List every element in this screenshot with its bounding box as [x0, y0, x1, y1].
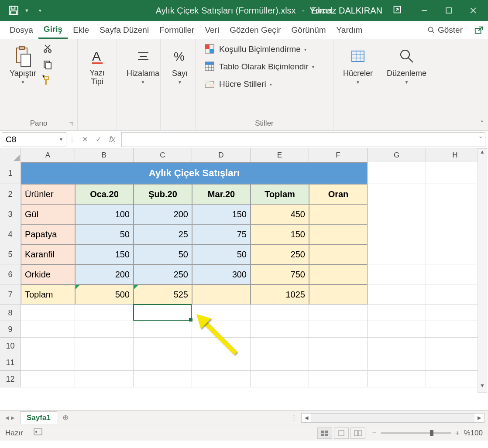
cell[interactable] [309, 354, 368, 371]
cell[interactable] [368, 184, 426, 204]
tab-view[interactable]: Görünüm [286, 22, 331, 38]
cell[interactable] [192, 321, 251, 338]
cell[interactable]: 150 [251, 224, 309, 244]
share-icon[interactable] [474, 25, 484, 35]
cell[interactable] [368, 304, 426, 321]
cell[interactable] [75, 338, 134, 354]
alignment-button[interactable]: Hizalama ▼ [123, 44, 163, 86]
cell[interactable] [251, 338, 309, 354]
cell[interactable] [21, 321, 75, 338]
cell[interactable] [426, 184, 485, 204]
cell[interactable] [192, 354, 251, 371]
cell[interactable]: 200 [134, 204, 192, 224]
cell[interactable] [309, 304, 368, 321]
cell[interactable] [309, 264, 368, 284]
cell[interactable] [309, 224, 368, 244]
view-normal-icon[interactable] [317, 427, 332, 439]
save-icon[interactable] [8, 5, 19, 16]
vertical-scrollbar[interactable]: ▲ ▼ [478, 148, 487, 393]
row-header[interactable]: 4 [0, 224, 21, 244]
cell[interactable] [251, 321, 309, 338]
tab-data[interactable]: Veri [199, 22, 224, 38]
cell[interactable]: 500 [75, 284, 134, 304]
cell[interactable]: 750 [251, 264, 309, 284]
cell[interactable] [251, 304, 309, 321]
horizontal-scrollbar[interactable]: ◂ ▸ [301, 413, 485, 423]
tab-review[interactable]: Gözden Geçir [224, 22, 286, 38]
format-painter-icon[interactable] [42, 75, 54, 86]
cell-area[interactable]: Aylık Çiçek SatışlarıÜrünlerOca.20Şub.20… [21, 162, 485, 387]
close-button[interactable] [461, 0, 485, 21]
cell[interactable]: Toplam [251, 184, 309, 204]
cell[interactable]: Ürünler [21, 184, 75, 204]
cell[interactable]: 200 [75, 264, 134, 284]
cell[interactable] [368, 321, 426, 338]
cell[interactable]: Toplam [21, 284, 75, 304]
cell[interactable] [75, 371, 134, 387]
paste-button[interactable]: Yapıştır ▼ [6, 44, 40, 86]
cell[interactable]: Mar.20 [192, 184, 251, 204]
cell[interactable] [426, 338, 485, 354]
cell[interactable] [75, 321, 134, 338]
column-header[interactable]: F [309, 148, 368, 162]
cell[interactable] [426, 321, 485, 338]
row-header[interactable]: 9 [0, 321, 21, 338]
cancel-formula-icon[interactable]: ✕ [82, 135, 88, 144]
column-header[interactable]: A [21, 148, 75, 162]
zoom-slider[interactable] [381, 432, 451, 434]
cell[interactable]: Gül [21, 204, 75, 224]
sheet-tab[interactable]: Sayfa1 [20, 411, 57, 424]
cell[interactable] [75, 354, 134, 371]
cell[interactable]: 75 [192, 224, 251, 244]
cell[interactable]: 250 [251, 244, 309, 264]
cells-button[interactable]: Hücreler ▼ [340, 44, 376, 86]
cell-styles-button[interactable]: Hücre Stilleri ▾ [204, 79, 314, 90]
qat-dropdown-icon[interactable]: ▼ [24, 8, 29, 13]
tab-formulas[interactable]: Formüller [154, 22, 199, 38]
minimize-button[interactable] [412, 0, 436, 21]
cell[interactable] [309, 284, 368, 304]
cell[interactable] [251, 371, 309, 387]
cell[interactable]: 150 [192, 204, 251, 224]
cut-icon[interactable] [42, 44, 54, 55]
cell[interactable]: 525 [134, 284, 192, 304]
tab-home[interactable]: Giriş [38, 21, 68, 39]
row-header[interactable]: 1 [0, 162, 21, 184]
tab-file[interactable]: Dosya [4, 22, 38, 38]
cell[interactable] [309, 321, 368, 338]
cell[interactable] [309, 244, 368, 264]
row-header[interactable]: 7 [0, 284, 21, 304]
collapse-ribbon-icon[interactable]: ˄ [480, 120, 484, 128]
cell[interactable] [134, 354, 192, 371]
new-sheet-icon[interactable]: ⊕ [57, 413, 74, 422]
tab-insert[interactable]: Ekle [68, 22, 94, 38]
tab-help[interactable]: Yardım [331, 22, 368, 38]
cell[interactable] [426, 224, 485, 244]
cell[interactable] [426, 354, 485, 371]
zoom-in-icon[interactable]: + [455, 429, 460, 438]
cell[interactable]: Şub.20 [134, 184, 192, 204]
editing-button[interactable]: Düzenleme ▼ [383, 44, 430, 86]
cell[interactable] [426, 304, 485, 321]
scroll-down-icon[interactable]: ▼ [478, 383, 487, 392]
dialog-launcher-icon[interactable] [69, 121, 75, 127]
view-page-layout-icon[interactable] [334, 427, 349, 439]
cell[interactable]: Oca.20 [75, 184, 134, 204]
cell[interactable] [426, 244, 485, 264]
sheet-nav-next-icon[interactable]: ▸ [11, 413, 15, 422]
cell[interactable] [21, 371, 75, 387]
cell[interactable] [134, 304, 192, 321]
cell[interactable]: 50 [75, 224, 134, 244]
cell[interactable] [368, 224, 426, 244]
sheet-nav-prev-icon[interactable]: ◂ [5, 413, 9, 422]
cell[interactable] [426, 284, 485, 304]
scroll-right-icon[interactable]: ▸ [474, 413, 484, 422]
cell[interactable] [368, 371, 426, 387]
row-header[interactable]: 8 [0, 304, 21, 321]
column-header[interactable]: D [192, 148, 251, 162]
name-box[interactable]: C8 ▼ [2, 132, 66, 147]
cell[interactable] [192, 371, 251, 387]
cell[interactable]: 100 [75, 204, 134, 224]
cell[interactable] [21, 338, 75, 354]
cell[interactable] [368, 162, 426, 184]
